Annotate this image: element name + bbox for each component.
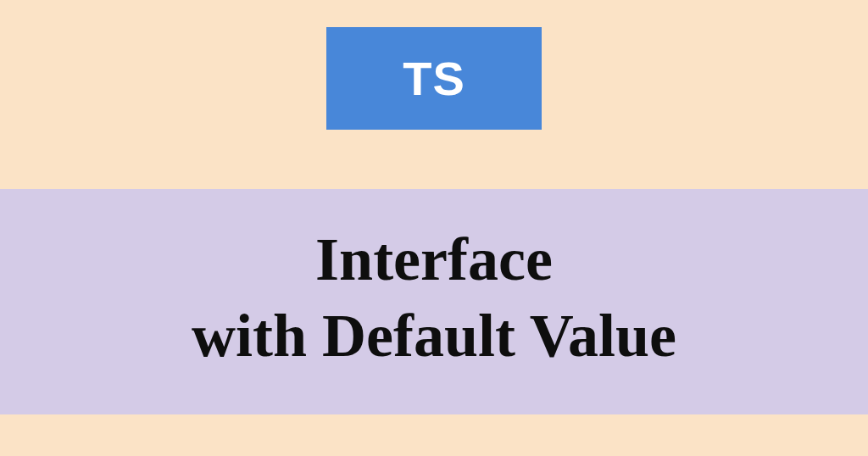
title-line-2: with Default Value	[192, 302, 676, 370]
ts-badge-label: TS	[403, 52, 465, 105]
ts-badge: TS	[326, 27, 542, 130]
title-line-1: Interface	[315, 225, 553, 293]
title-band: Interface with Default Value	[0, 189, 868, 414]
title-text: Interface with Default Value	[17, 221, 851, 374]
